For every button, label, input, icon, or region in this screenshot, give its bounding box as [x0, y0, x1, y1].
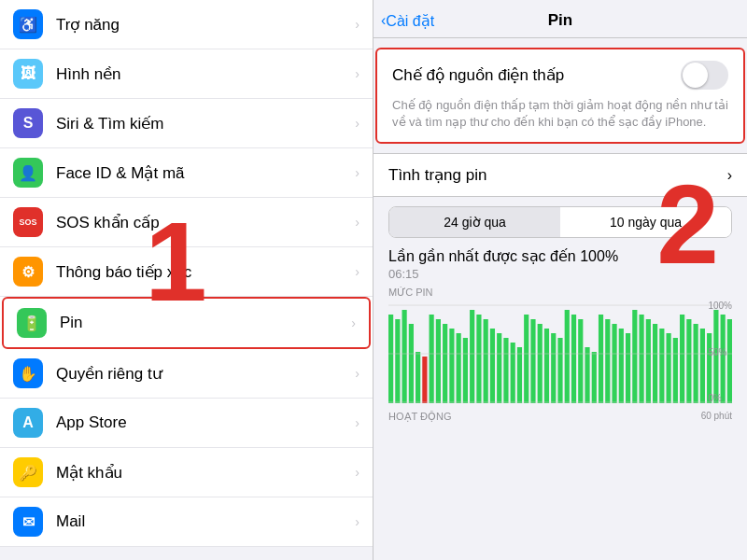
svg-rect-9	[443, 324, 447, 403]
settings-item-face-id[interactable]: 👤Face ID & Mật mã›	[0, 148, 373, 198]
svg-rect-46	[694, 324, 698, 403]
svg-rect-2	[395, 319, 400, 403]
battery-chart-svg	[388, 301, 732, 403]
svg-rect-11	[457, 333, 461, 403]
settings-item-app-store[interactable]: AApp Store›	[0, 399, 373, 448]
mat-khau-chevron-icon: ›	[355, 465, 359, 480]
tab-buttons-container: 24 giờ qua 10 ngày qua	[388, 206, 732, 238]
sos-label: SOS khẩn cấp	[56, 213, 349, 232]
mail-chevron-icon: ›	[355, 514, 359, 529]
tro-nang-chevron-icon: ›	[355, 17, 359, 32]
charge-info: Lần gần nhất được sạc đến 100% 06:15	[374, 238, 747, 283]
activity-label: HOẠT ĐỘNG 60 phút	[388, 411, 732, 423]
tab-24h[interactable]: 24 giờ qua	[389, 207, 560, 237]
time-tabs: 24 giờ qua 10 ngày qua	[374, 206, 747, 238]
svg-rect-26	[557, 338, 562, 403]
svg-rect-23	[538, 324, 543, 403]
svg-rect-1	[388, 315, 393, 403]
settings-item-hinh-nen[interactable]: 🖼Hình nền›	[0, 49, 373, 99]
svg-rect-44	[680, 315, 684, 403]
svg-rect-40	[653, 324, 657, 403]
face-id-label: Face ID & Mật mã	[56, 163, 349, 183]
settings-item-siri[interactable]: SSiri & Tìm kiếm›	[0, 99, 373, 148]
svg-rect-17	[497, 333, 501, 403]
svg-rect-27	[565, 310, 570, 403]
back-button[interactable]: ‹ Cài đặt	[381, 12, 434, 30]
mail-label: Mail	[56, 512, 349, 531]
settings-item-mail[interactable]: ✉Mail›	[0, 497, 373, 547]
svg-rect-32	[599, 315, 603, 403]
chart-0-label: 0%	[708, 393, 732, 403]
svg-rect-45	[686, 319, 691, 403]
battery-chart: 100% 50% 0%	[388, 301, 732, 403]
app-store-chevron-icon: ›	[355, 415, 359, 430]
quyen-rieng-tu-label: Quyền riêng tư	[56, 364, 349, 384]
pin-label: Pin	[60, 314, 345, 332]
chart-100-label: 100%	[708, 301, 732, 311]
low-power-row: Chế độ nguồn điện thấp	[392, 61, 728, 90]
svg-rect-16	[490, 329, 495, 403]
thong-bao-icon: ⚙	[13, 257, 43, 287]
toggle-knob	[683, 63, 708, 88]
tab-10d[interactable]: 10 ngày qua	[560, 207, 731, 237]
svg-rect-18	[503, 338, 508, 403]
settings-item-mat-khau[interactable]: 🔑Mật khẩu›	[0, 448, 373, 497]
chart-50-label: 50%	[708, 347, 732, 357]
tro-nang-icon: ♿	[13, 9, 43, 39]
svg-rect-13	[470, 310, 474, 403]
hinh-nen-icon: 🖼	[13, 59, 43, 89]
svg-rect-3	[402, 310, 407, 403]
sos-icon: SOS	[13, 207, 43, 237]
back-label: Cài đặt	[386, 12, 434, 30]
pin-icon: 🔋	[17, 308, 47, 338]
svg-rect-19	[511, 343, 515, 403]
chevron-right-icon: ›	[727, 167, 732, 184]
svg-rect-37	[632, 310, 637, 403]
low-power-label: Chế độ nguồn điện thấp	[392, 65, 564, 85]
activity-section: HOẠT ĐỘNG 60 phút	[374, 407, 747, 423]
low-power-description: Chế độ nguồn điện thấp tạm thời giảm hoạ…	[392, 97, 728, 131]
settings-item-thong-bao[interactable]: ⚙Thông báo tiếp xúc›	[0, 247, 373, 297]
battery-status-row[interactable]: Tình trạng pin ›	[374, 154, 747, 196]
charge-time: 06:15	[388, 267, 732, 281]
siri-chevron-icon: ›	[355, 116, 359, 131]
svg-rect-47	[700, 329, 705, 403]
low-power-toggle[interactable]	[681, 61, 728, 90]
svg-rect-33	[605, 319, 610, 403]
settings-item-pin[interactable]: 🔋Pin›	[2, 297, 371, 349]
activity-value: 60 phút	[701, 411, 732, 421]
svg-rect-24	[544, 329, 549, 403]
svg-rect-29	[578, 319, 583, 403]
settings-item-tro-nang[interactable]: ♿Trợ năng›	[0, 0, 373, 49]
chart-right-labels: 100% 50% 0%	[708, 301, 732, 403]
siri-label: Siri & Tìm kiếm	[56, 114, 349, 133]
svg-rect-31	[592, 352, 597, 403]
svg-rect-8	[436, 319, 441, 403]
svg-rect-22	[530, 319, 535, 403]
page-title: Pin	[548, 11, 572, 30]
app-store-label: App Store	[56, 413, 349, 432]
svg-rect-30	[585, 347, 589, 403]
chart-label: MỨC PIN	[388, 287, 732, 299]
right-header: ‹ Cài đặt Pin	[374, 0, 747, 38]
settings-item-sos[interactable]: SOSSOS khẩn cấp›	[0, 198, 373, 247]
face-id-chevron-icon: ›	[355, 165, 359, 180]
mat-khau-icon: 🔑	[13, 457, 43, 487]
svg-rect-10	[449, 329, 454, 403]
sos-chevron-icon: ›	[355, 215, 359, 230]
app-store-icon: A	[13, 408, 43, 438]
quyen-rieng-tu-icon: ✋	[13, 358, 43, 388]
pin-chevron-icon: ›	[351, 315, 356, 330]
settings-item-quyen-rieng-tu[interactable]: ✋Quyền riêng tư›	[0, 349, 373, 399]
mat-khau-label: Mật khẩu	[56, 463, 349, 483]
thong-bao-label: Thông báo tiếp xúc	[56, 262, 349, 282]
svg-rect-42	[667, 333, 671, 403]
left-panel: ♿Trợ năng›🖼Hình nền›SSiri & Tìm kiếm›👤Fa…	[0, 0, 374, 560]
svg-rect-25	[551, 333, 556, 403]
right-panel: ‹ Cài đặt Pin Chế độ nguồn điện thấp Chế…	[374, 0, 747, 560]
svg-rect-28	[571, 315, 576, 403]
svg-rect-6	[422, 357, 427, 403]
svg-rect-14	[476, 315, 481, 403]
svg-rect-5	[416, 352, 420, 403]
settings-list: ♿Trợ năng›🖼Hình nền›SSiri & Tìm kiếm›👤Fa…	[0, 0, 373, 547]
